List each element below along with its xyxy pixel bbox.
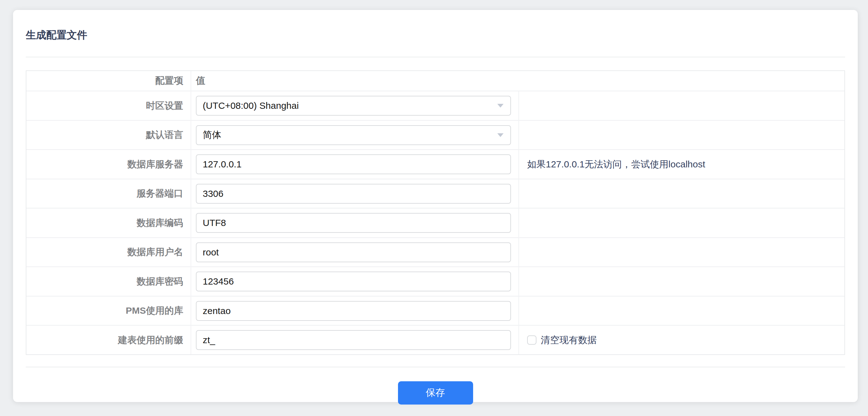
table-row-timezone: 时区设置 (UTC+08:00) Shanghai <box>26 91 844 120</box>
table-row-db-password: 数据库密码 <box>26 266 844 296</box>
row-value-cell <box>191 297 519 325</box>
page-title: 生成配置文件 <box>26 29 845 41</box>
clear-data-checkbox-label: 清空现有数据 <box>541 334 597 347</box>
table-row-db-user: 数据库用户名 <box>26 237 844 267</box>
db-encoding-input[interactable] <box>196 213 511 233</box>
row-value-cell: 简体 <box>191 121 519 149</box>
row-note-cell: 清空现有数据 <box>519 326 844 354</box>
db-encoding-label: 数据库编码 <box>26 209 191 237</box>
db-host-label: 数据库服务器 <box>26 150 191 179</box>
row-note-cell <box>519 238 844 267</box>
row-note-cell <box>519 179 844 208</box>
title-divider <box>26 57 845 57</box>
timezone-select-value: (UTC+08:00) Shanghai <box>203 100 299 111</box>
clear-data-option: 清空现有数据 <box>527 334 597 347</box>
header-config-item: 配置项 <box>26 71 191 91</box>
footer-divider <box>26 367 845 367</box>
timezone-select[interactable]: (UTC+08:00) Shanghai <box>196 96 511 116</box>
table-row-db-host: 数据库服务器 如果127.0.0.1无法访问，尝试使用localhost <box>26 149 844 179</box>
row-note-cell <box>519 267 844 296</box>
db-password-input[interactable] <box>196 272 511 291</box>
db-user-input[interactable] <box>196 242 511 262</box>
table-row-default-language: 默认语言 简体 <box>26 120 844 149</box>
row-value-cell <box>191 150 519 179</box>
row-value-cell <box>191 179 519 208</box>
row-note-cell <box>519 92 844 120</box>
config-table: 配置项 值 时区设置 (UTC+08:00) Shanghai 默认语言 简体 … <box>26 70 845 355</box>
row-value-cell <box>191 267 519 296</box>
row-note-cell <box>519 209 844 237</box>
db-name-label: PMS使用的库 <box>26 297 191 325</box>
db-host-hint: 如果127.0.0.1无法访问，尝试使用localhost <box>519 150 844 179</box>
chevron-down-icon <box>497 133 503 137</box>
clear-data-checkbox[interactable] <box>527 336 536 345</box>
db-user-label: 数据库用户名 <box>26 238 191 267</box>
table-prefix-label: 建表使用的前缀 <box>26 326 191 354</box>
db-name-input[interactable] <box>196 301 511 321</box>
table-row-db-encoding: 数据库编码 <box>26 208 844 237</box>
chevron-down-icon <box>497 104 503 108</box>
default-language-select[interactable]: 简体 <box>196 125 511 145</box>
row-value-cell <box>191 326 519 354</box>
db-port-input[interactable] <box>196 184 511 204</box>
db-port-label: 服务器端口 <box>26 179 191 208</box>
row-note-cell <box>519 121 844 149</box>
table-row-db-port: 服务器端口 <box>26 179 844 208</box>
row-value-cell: (UTC+08:00) Shanghai <box>191 92 519 120</box>
row-note-cell <box>519 297 844 325</box>
config-card: 生成配置文件 配置项 值 时区设置 (UTC+08:00) Shanghai 默… <box>13 10 858 402</box>
save-button[interactable]: 保存 <box>398 381 473 405</box>
row-value-cell <box>191 238 519 267</box>
db-password-label: 数据库密码 <box>26 267 191 296</box>
table-prefix-input[interactable] <box>196 330 511 350</box>
db-host-input[interactable] <box>196 154 511 174</box>
default-language-label: 默认语言 <box>26 121 191 149</box>
row-value-cell <box>191 209 519 237</box>
header-value: 值 <box>191 71 844 91</box>
table-row-table-prefix: 建表使用的前缀 清空现有数据 <box>26 325 844 354</box>
table-header-row: 配置项 值 <box>26 71 844 91</box>
table-row-db-name: PMS使用的库 <box>26 296 844 325</box>
default-language-select-value: 简体 <box>203 129 221 141</box>
timezone-label: 时区设置 <box>26 92 191 120</box>
